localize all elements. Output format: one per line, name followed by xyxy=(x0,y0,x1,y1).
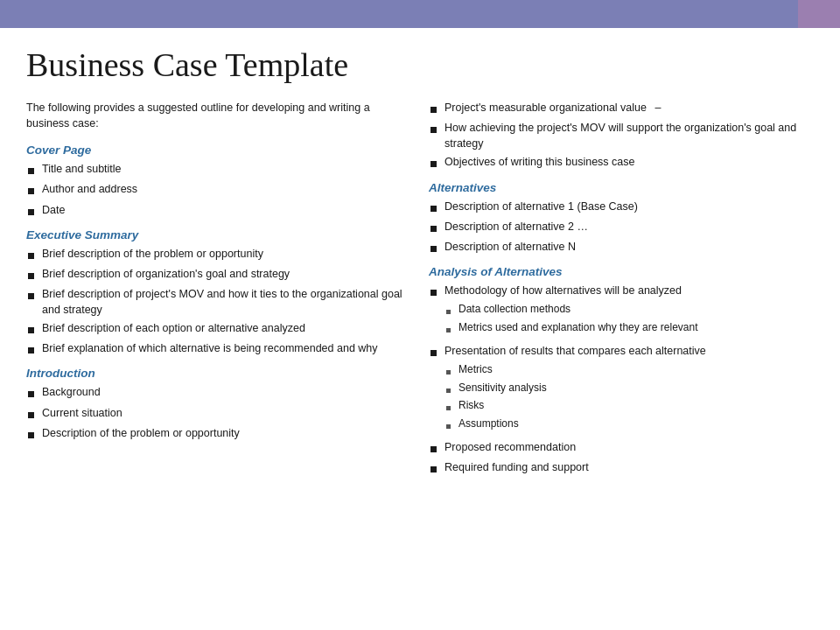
bullet-icon xyxy=(430,122,444,137)
sub-list-item: Metrics xyxy=(446,362,547,379)
sub-list-item: Risks xyxy=(446,398,547,415)
list-item: Brief description of each option or alte… xyxy=(26,320,411,338)
list-item: Description of the problem or opportunit… xyxy=(26,425,411,443)
bullet-icon xyxy=(28,248,42,263)
item-text: Assumptions xyxy=(458,416,547,431)
bullet-icon xyxy=(430,156,444,172)
sub-list: Metrics Sensitivity analysis Risks xyxy=(446,362,547,435)
bullet-icon xyxy=(28,427,42,443)
section-heading-alternatives: Alternatives xyxy=(429,181,814,194)
list-item: Description of alternative N xyxy=(429,239,814,256)
list-item: Brief explanation of which alternative i… xyxy=(26,340,411,358)
item-text: Description of alternative 2 … xyxy=(444,219,814,234)
item-text: Brief description of each option or alte… xyxy=(42,320,411,336)
item-text: Proposed recommendation xyxy=(444,439,814,455)
left-column: The following provides a suggested outli… xyxy=(26,100,429,448)
right-intro-list: Project's measurable organizational valu… xyxy=(429,100,814,172)
main-content: Business Case Template The following pro… xyxy=(0,28,840,500)
bullet-icon xyxy=(28,407,42,423)
list-item: Description of alternative 1 (Base Case) xyxy=(429,199,814,216)
bullet-icon xyxy=(430,220,444,236)
item-text: Metrics used and explanation why they ar… xyxy=(458,320,698,335)
section-heading-executive: Executive Summary xyxy=(26,228,411,242)
item-text: Background xyxy=(42,384,411,400)
list-item: Proposed recommendation xyxy=(429,439,814,457)
page-title: Business Case Template xyxy=(26,46,814,84)
item-text: Description of alternative N xyxy=(444,239,814,255)
sub-bullet-icon xyxy=(446,418,458,433)
bullet-icon xyxy=(430,102,444,117)
item-text: Date xyxy=(42,202,411,218)
item-text: Project's measurable organizational valu… xyxy=(444,100,814,116)
list-item: Background xyxy=(26,384,411,402)
bullet-icon xyxy=(28,268,42,284)
item-text: Risks xyxy=(458,398,547,413)
banner-right xyxy=(798,0,840,28)
item-text: Author and address xyxy=(42,181,411,197)
banner-left xyxy=(0,0,798,28)
cover-page-list: Title and subtitle Author and address Da… xyxy=(26,161,411,219)
item-text: Brief description of organization's goal… xyxy=(42,266,411,282)
item-text: Description of the problem or opportunit… xyxy=(42,425,411,441)
introduction-list: Background Current situation Description… xyxy=(26,384,411,442)
list-item: Brief description of organization's goal… xyxy=(26,266,411,284)
bullet-icon xyxy=(28,288,42,304)
list-item: Current situation xyxy=(26,405,411,423)
bullet-icon xyxy=(430,345,444,360)
sub-list-item: Metrics used and explanation why they ar… xyxy=(446,320,698,337)
sub-list-item: Sensitivity analysis xyxy=(446,381,547,397)
alternatives-list: Description of alternative 1 (Base Case)… xyxy=(429,199,814,256)
section-heading-cover: Cover Page xyxy=(26,144,411,157)
list-item: Title and subtitle xyxy=(26,161,411,178)
bullet-icon xyxy=(28,342,42,358)
right-column: Project's measurable organizational valu… xyxy=(429,100,814,482)
item-text: Methodology of how alternatives will be … xyxy=(444,283,682,298)
item-text: Metrics xyxy=(458,362,547,377)
list-item: Author and address xyxy=(26,181,411,199)
list-item: Brief description of project's MOV and h… xyxy=(26,286,411,318)
bullet-icon xyxy=(430,461,444,477)
item-text: Current situation xyxy=(42,405,411,421)
executive-summary-list: Brief description of the problem or oppo… xyxy=(26,246,411,359)
list-item: How achieving the project's MOV will sup… xyxy=(429,120,814,151)
list-item: Presentation of results that compares ea… xyxy=(429,343,814,437)
dash-suffix: – xyxy=(652,102,661,114)
sub-list-item: Data collection methods xyxy=(446,302,698,318)
list-item: Required funding and support xyxy=(429,459,814,477)
bullet-icon xyxy=(28,183,42,199)
two-column-layout: The following provides a suggested outli… xyxy=(26,100,814,482)
bullet-icon xyxy=(430,241,444,256)
sub-bullet-icon xyxy=(446,322,458,337)
sub-list: Data collection methods Metrics used and… xyxy=(446,302,698,339)
intro-text: The following provides a suggested outli… xyxy=(26,100,411,131)
bullet-icon xyxy=(28,322,42,338)
analysis-list: Methodology of how alternatives will be … xyxy=(429,283,814,477)
bullet-icon xyxy=(28,163,42,178)
item-text: Required funding and support xyxy=(444,459,814,475)
list-item: Project's measurable organizational valu… xyxy=(429,100,814,117)
section-heading-introduction: Introduction xyxy=(26,367,411,380)
item-text: Presentation of results that compares ea… xyxy=(444,343,706,359)
item-text: How achieving the project's MOV will sup… xyxy=(444,120,814,151)
item-text: Sensitivity analysis xyxy=(458,381,547,396)
item-text: Title and subtitle xyxy=(42,161,411,177)
bullet-icon xyxy=(430,284,444,300)
item-text: Description of alternative 1 (Base Case) xyxy=(444,199,814,214)
bullet-icon xyxy=(28,204,42,220)
item-text: Data collection methods xyxy=(458,302,698,317)
list-item: Methodology of how alternatives will be … xyxy=(429,283,814,340)
list-item: Objectives of writing this business case xyxy=(429,154,814,172)
bullet-icon xyxy=(430,200,444,216)
list-item: Date xyxy=(26,202,411,220)
list-item: Brief description of the problem or oppo… xyxy=(26,246,411,263)
top-banner xyxy=(0,0,840,28)
item-text: Brief description of the problem or oppo… xyxy=(42,246,411,262)
sub-bullet-icon xyxy=(446,304,458,318)
item-text: Brief explanation of which alternative i… xyxy=(42,340,411,356)
sub-list-item: Assumptions xyxy=(446,416,547,433)
bullet-icon xyxy=(430,441,444,457)
item-text: Brief description of project's MOV and h… xyxy=(42,286,411,318)
sub-bullet-icon xyxy=(446,364,458,379)
sub-bullet-icon xyxy=(446,382,458,397)
section-heading-analysis: Analysis of Alternatives xyxy=(429,265,814,278)
